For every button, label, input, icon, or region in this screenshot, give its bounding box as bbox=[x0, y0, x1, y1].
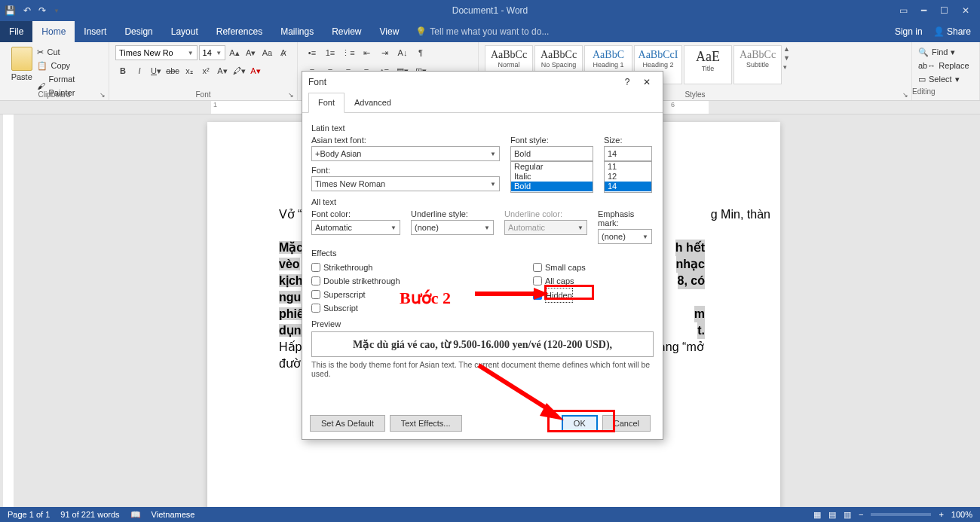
asian-font-combo[interactable]: +Body Asian▼ bbox=[311, 146, 500, 161]
web-layout-icon[interactable]: ▥ bbox=[844, 510, 851, 520]
tab-design[interactable]: Design bbox=[115, 21, 161, 42]
italic-button[interactable]: I bbox=[132, 63, 147, 78]
tell-me[interactable]: 💡 Tell me what you want to do... bbox=[415, 26, 549, 37]
font-combo[interactable]: Times New Roman▼ bbox=[311, 176, 500, 191]
styles-more-icon[interactable]: ▾ bbox=[783, 63, 794, 71]
bold-button[interactable]: B bbox=[115, 63, 130, 78]
paste-icon bbox=[11, 47, 32, 71]
style-title[interactable]: AaETitle bbox=[684, 45, 732, 84]
dialog-tab-font[interactable]: Font bbox=[308, 93, 345, 113]
titlebar: 💾 ↶ ↷ ▼ Document1 - Word ▭ ━ ☐ ✕ bbox=[0, 0, 980, 21]
replace-button[interactable]: ab↔ Replace bbox=[918, 59, 973, 72]
page-status[interactable]: Page 1 of 1 bbox=[8, 510, 50, 519]
copy-button[interactable]: 📋 Copy bbox=[37, 59, 103, 72]
undo-icon[interactable]: ↶ bbox=[23, 5, 31, 16]
share-button[interactable]: 👤 Share bbox=[933, 26, 971, 37]
cut-button[interactable]: ✂ Cut bbox=[37, 45, 103, 59]
group-editing: 🔍 Find ▾ ab↔ Replace ▭ Select ▾ Editing bbox=[912, 42, 980, 100]
group-clipboard: Paste ✂ Cut 📋 Copy 🖌 Format Painter Clip… bbox=[0, 42, 109, 100]
shrink-font-icon[interactable]: A▾ bbox=[243, 45, 259, 60]
dialog-tab-advanced[interactable]: Advanced bbox=[345, 93, 401, 112]
tab-insert[interactable]: Insert bbox=[75, 21, 115, 42]
find-button[interactable]: 🔍 Find ▾ bbox=[918, 45, 973, 59]
style-input[interactable]: Bold bbox=[510, 146, 593, 161]
tab-layout[interactable]: Layout bbox=[162, 21, 207, 42]
size-input[interactable]: 14 bbox=[604, 146, 652, 161]
show-marks-icon[interactable]: ¶ bbox=[412, 45, 429, 60]
numbering-icon[interactable]: 1≡ bbox=[322, 45, 338, 60]
clear-format-icon[interactable]: A̷ bbox=[276, 45, 291, 60]
menubar: File Home Insert Design Layout Reference… bbox=[0, 21, 980, 42]
grow-font-icon[interactable]: A▴ bbox=[227, 45, 242, 60]
font-size-combo[interactable]: 14▼ bbox=[199, 45, 226, 60]
text-effects-button[interactable]: Text Effects... bbox=[390, 415, 462, 432]
styles-launcher-icon[interactable]: ↘ bbox=[902, 91, 908, 99]
underline-button[interactable]: U▾ bbox=[149, 63, 164, 78]
tab-view[interactable]: View bbox=[371, 21, 409, 42]
sort-icon[interactable]: A↓ bbox=[394, 45, 411, 60]
svg-line-2 bbox=[479, 365, 550, 411]
arrow-to-hidden-icon bbox=[475, 286, 550, 301]
dialog-title: Font bbox=[308, 77, 326, 87]
close-icon[interactable]: ✕ bbox=[962, 5, 969, 16]
language-status[interactable]: Vietnamese bbox=[152, 510, 195, 519]
tab-references[interactable]: References bbox=[207, 21, 271, 42]
print-layout-icon[interactable]: ▤ bbox=[828, 510, 836, 520]
font-color-icon[interactable]: A▾ bbox=[248, 63, 263, 78]
font-launcher-icon[interactable]: ↘ bbox=[288, 91, 294, 99]
font-name-combo[interactable]: Times New Ro▼ bbox=[115, 45, 198, 60]
tab-mailings[interactable]: Mailings bbox=[271, 21, 323, 42]
check-strikethrough[interactable]: Strikethrough bbox=[311, 261, 522, 274]
preview-box: Mặc dù giá vé cao, từ 9.500-16.000 yen/v… bbox=[311, 331, 654, 357]
underline-style-combo[interactable]: (none)▼ bbox=[411, 220, 494, 235]
zoom-in-icon[interactable]: + bbox=[939, 510, 943, 519]
superscript-button[interactable]: x² bbox=[198, 63, 213, 78]
text-effects-icon[interactable]: A▾ bbox=[215, 63, 230, 78]
emphasis-combo[interactable]: (none)▼ bbox=[598, 229, 652, 244]
tab-review[interactable]: Review bbox=[323, 21, 370, 42]
styles-up-icon[interactable]: ▲ bbox=[783, 45, 794, 53]
tab-file[interactable]: File bbox=[0, 21, 32, 42]
font-color-combo[interactable]: Automatic▼ bbox=[311, 220, 400, 235]
multilevel-icon[interactable]: ⋮≡ bbox=[340, 45, 357, 60]
clipboard-launcher-icon[interactable]: ↘ bbox=[100, 91, 106, 99]
bullets-icon[interactable]: •≡ bbox=[304, 45, 320, 60]
strike-button[interactable]: abc bbox=[165, 63, 180, 78]
change-case-icon[interactable]: Aa bbox=[260, 45, 275, 60]
zoom-out-icon[interactable]: − bbox=[859, 510, 863, 519]
statusbar: Page 1 of 1 91 of 221 words 📖 Vietnamese… bbox=[0, 507, 980, 522]
set-default-button[interactable]: Set As Default bbox=[310, 415, 385, 432]
maximize-icon[interactable]: ☐ bbox=[940, 5, 948, 16]
style-listbox[interactable]: Regular Italic Bold bbox=[510, 161, 593, 193]
underline-color-combo: Automatic▼ bbox=[504, 220, 587, 235]
styles-down-icon[interactable]: ▼ bbox=[783, 54, 794, 62]
annotation-label: Bước 2 bbox=[400, 288, 451, 308]
save-icon[interactable]: 💾 bbox=[5, 5, 16, 16]
spell-icon[interactable]: 📖 bbox=[130, 510, 141, 520]
redo-icon[interactable]: ↷ bbox=[38, 5, 46, 16]
style-subtitle[interactable]: AaBbCcSubtitle bbox=[733, 45, 782, 84]
highlight-icon[interactable]: 🖍▾ bbox=[231, 63, 247, 78]
bulb-icon: 💡 bbox=[415, 26, 427, 37]
minimize-icon[interactable]: ━ bbox=[921, 5, 926, 16]
annotation-hidden-box bbox=[544, 285, 594, 300]
check-smallcaps[interactable]: Small caps bbox=[533, 261, 586, 274]
vertical-ruler[interactable] bbox=[3, 114, 14, 507]
inc-indent-icon[interactable]: ⇥ bbox=[376, 45, 393, 60]
zoom-level[interactable]: 100% bbox=[951, 510, 972, 519]
group-font: Times New Ro▼ 14▼ A▴ A▾ Aa A̷ B I U▾ abc… bbox=[109, 42, 298, 100]
dialog-close-icon[interactable]: ✕ bbox=[637, 77, 657, 87]
tab-home[interactable]: Home bbox=[32, 21, 75, 42]
select-button[interactable]: ▭ Select ▾ bbox=[918, 72, 973, 86]
read-mode-icon[interactable]: ▦ bbox=[813, 510, 821, 520]
arrow-to-ok-icon bbox=[475, 362, 573, 429]
zoom-slider[interactable] bbox=[871, 513, 931, 516]
ribbon-options-icon[interactable]: ▭ bbox=[899, 5, 908, 16]
size-listbox[interactable]: 11 12 14 bbox=[604, 161, 652, 193]
dialog-help-icon[interactable]: ? bbox=[617, 77, 637, 87]
dec-indent-icon[interactable]: ⇤ bbox=[358, 45, 375, 60]
signin-link[interactable]: Sign in bbox=[895, 26, 923, 37]
word-count[interactable]: 91 of 221 words bbox=[60, 510, 119, 519]
qat-customize-icon[interactable]: ▼ bbox=[54, 8, 60, 14]
subscript-button[interactable]: x₂ bbox=[182, 63, 197, 78]
